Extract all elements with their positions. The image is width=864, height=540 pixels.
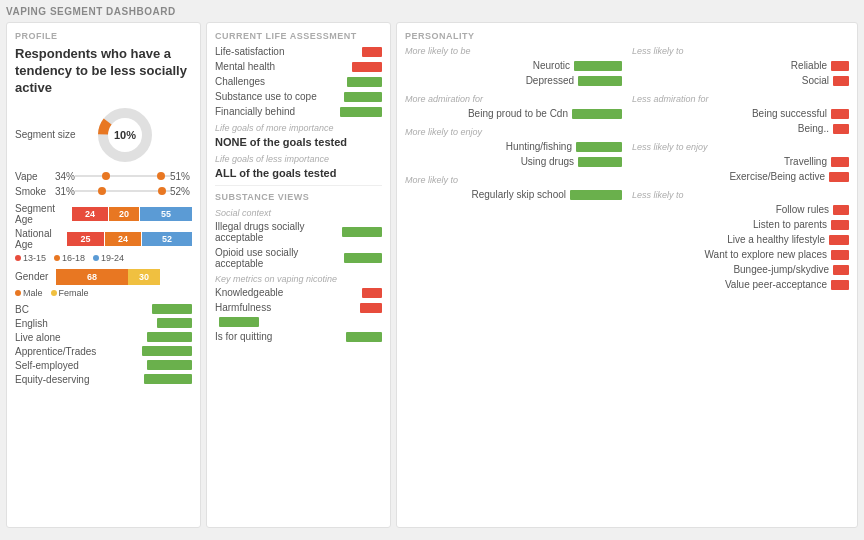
- personality-grid: More likely to be Neurotic Depressed Mor…: [405, 46, 849, 514]
- item-label: Mental health: [215, 61, 348, 72]
- item-label: Value peer-acceptance: [632, 279, 827, 290]
- seg-age-13: 24: [72, 207, 108, 221]
- smoke-dotline: [75, 190, 170, 192]
- item-bar: [833, 265, 849, 275]
- legend-dot-male: [15, 290, 21, 296]
- gender-label: Gender: [15, 271, 53, 282]
- admiration-items: Being proud to be Cdn: [405, 108, 622, 119]
- dashboard-title: VAPING SEGMENT DASHBOARD: [6, 6, 858, 17]
- item-label: Life-satisfaction: [215, 46, 358, 57]
- smoke-label: Smoke: [15, 186, 53, 197]
- item-label: Depressed: [405, 75, 574, 86]
- item-label: Regularly skip school: [405, 189, 566, 200]
- item-label: Neurotic: [405, 60, 570, 71]
- bar-item: Follow rules: [632, 204, 849, 215]
- life-assessment-panel: CURRENT LIFE ASSESSMENT Life-satisfactio…: [206, 22, 391, 528]
- item-label: Substance use to cope: [215, 91, 340, 102]
- item-bar: [360, 303, 382, 313]
- item-bar: [219, 317, 259, 327]
- bar-item: Reliable: [632, 60, 849, 71]
- item-label: Follow rules: [632, 204, 829, 215]
- item-bar: [344, 253, 382, 263]
- vape-row: Vape 34% 51%: [15, 171, 192, 182]
- item-bar: [829, 172, 849, 182]
- national-age-label: National Age: [15, 228, 64, 250]
- enjoy-items: Hunting/fishing Using drugs: [405, 141, 622, 167]
- goals-more-title: Life goals of more importance: [215, 123, 382, 133]
- item-label: [215, 317, 382, 327]
- vape-label: Vape: [15, 171, 53, 182]
- item-bar: [340, 107, 382, 117]
- nat-age-19: 52: [142, 232, 192, 246]
- item-label: Knowledgeable: [215, 287, 358, 298]
- segment-size-row: Segment size 10%: [15, 105, 192, 165]
- segment-size-value: 10%: [114, 129, 136, 141]
- bar-item: [215, 317, 382, 327]
- less-admiration-section: Less admiration for Being successful Bei…: [632, 94, 849, 134]
- item-label: Bungee-jump/skydive: [632, 264, 829, 275]
- segment-age-label: Segment Age: [15, 203, 69, 225]
- item-label: Opioid use socially acceptable: [215, 247, 340, 269]
- profile-bar: [147, 360, 192, 370]
- less-enjoy-items: Travelling Exercise/Being active: [632, 156, 849, 182]
- likely-section: More likely to Regularly skip school: [405, 175, 622, 200]
- likely-title: More likely to: [405, 175, 622, 185]
- personality-right-col: Less likely to Reliable Social Less admi…: [632, 46, 849, 514]
- legend-13: 13-15: [15, 253, 46, 263]
- gender-female-bar: 30: [128, 269, 160, 285]
- item-bar: [831, 280, 849, 290]
- life-panel-title: CURRENT LIFE ASSESSMENT: [215, 31, 382, 41]
- less-do-items: Follow rules Listen to parents Live a he…: [632, 204, 849, 290]
- less-admiration-items: Being successful Being..: [632, 108, 849, 134]
- gender-bars: 68 30: [56, 269, 160, 285]
- item-bar: [362, 288, 382, 298]
- profile-list-name: Self-employed: [15, 360, 105, 371]
- bar-item: Knowledgeable: [215, 287, 382, 298]
- bar-item: Is for quitting: [215, 331, 382, 342]
- admiration-title: More admiration for: [405, 94, 622, 104]
- less-likely-section: Less likely to Reliable Social: [632, 46, 849, 86]
- personality-panel: PERSONALITY More likely to be Neurotic D…: [396, 22, 858, 528]
- bar-item: Financially behind: [215, 106, 382, 117]
- item-bar: [578, 157, 622, 167]
- vaping-items: Knowledgeable Harmfulness Is for quittin…: [215, 287, 382, 342]
- segment-age-row: Segment Age 24 20 55: [15, 203, 192, 225]
- item-bar: [831, 220, 849, 230]
- bar-item: Being proud to be Cdn: [405, 108, 622, 119]
- bar-item: Exercise/Being active: [632, 171, 849, 182]
- more-likely-section: More likely to be Neurotic Depressed: [405, 46, 622, 86]
- profile-list-name: Live alone: [15, 332, 105, 343]
- item-label: Harmfulness: [215, 302, 356, 313]
- item-bar: [833, 205, 849, 215]
- item-bar: [344, 92, 382, 102]
- seg-age-19: 55: [140, 207, 192, 221]
- profile-panel-title: PROFILE: [15, 31, 192, 41]
- nat-age-13: 25: [67, 232, 104, 246]
- more-likely-title: More likely to be: [405, 46, 622, 56]
- profile-list-name: BC: [15, 304, 105, 315]
- bar-item: Regularly skip school: [405, 189, 622, 200]
- personality-panel-title: PERSONALITY: [405, 31, 849, 41]
- item-bar: [831, 109, 849, 119]
- age-section: Segment Age 24 20 55 National Age 25 24 …: [15, 203, 192, 263]
- profile-bar: [147, 332, 192, 342]
- item-bar: [833, 124, 849, 134]
- legend-16: 16-18: [54, 253, 85, 263]
- bar-item: Substance use to cope: [215, 91, 382, 102]
- item-bar: [347, 77, 382, 87]
- item-label: Travelling: [632, 156, 827, 167]
- legend-dot-female: [51, 290, 57, 296]
- item-label: Hunting/fishing: [405, 141, 572, 152]
- legend-dot-19: [93, 255, 99, 261]
- less-enjoy-title: Less likely to enjoy: [632, 142, 849, 152]
- smoke-dot-right: [158, 187, 166, 195]
- less-likely-title: Less likely to: [632, 46, 849, 56]
- item-bar: [346, 332, 382, 342]
- profile-list-name: Equity-deserving: [15, 374, 105, 385]
- legend-dot-13: [15, 255, 21, 261]
- social-context-title: Social context: [215, 208, 382, 218]
- bar-item: Life-satisfaction: [215, 46, 382, 57]
- item-label: Challenges: [215, 76, 343, 87]
- profile-list-item: English: [15, 318, 192, 329]
- item-label: Illegal drugs socially acceptable: [215, 221, 338, 243]
